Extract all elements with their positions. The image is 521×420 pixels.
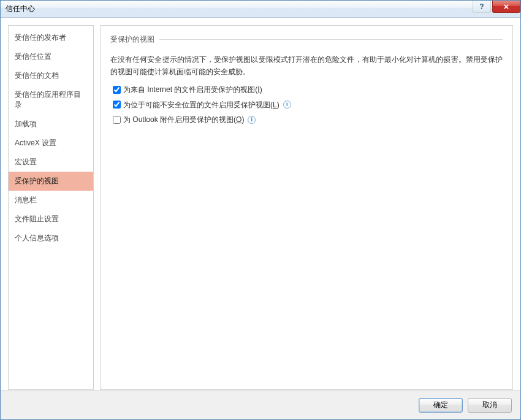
sidebar-item-3[interactable]: 受信任的应用程序目录 — [9, 85, 93, 115]
option-checkbox-0[interactable] — [113, 86, 121, 94]
option-checkbox-2[interactable] — [113, 116, 121, 124]
sidebar-item-5[interactable]: ActiveX 设置 — [9, 134, 93, 153]
section-description: 在没有任何安全提示的情况下，受保护视图以受限模式打开潜在的危险文件，有助于最小化… — [110, 53, 503, 78]
section-header: 受保护的视图 — [110, 34, 503, 45]
option-label-1[interactable]: 为位于可能不安全位置的文件启用受保护视图(L) — [123, 100, 280, 110]
client-area: 受信任的发布者受信任位置受信任的文档受信任的应用程序目录加载项ActiveX 设… — [1, 18, 520, 419]
sidebar-item-9[interactable]: 文件阻止设置 — [9, 210, 93, 229]
sidebar: 受信任的发布者受信任位置受信任的文档受信任的应用程序目录加载项ActiveX 设… — [8, 25, 94, 390]
option-label-0[interactable]: 为来自 Internet 的文件启用受保护的视图(I) — [123, 85, 262, 95]
section-divider — [159, 39, 503, 40]
close-button[interactable]: × — [492, 1, 520, 13]
sidebar-item-4[interactable]: 加载项 — [9, 115, 93, 134]
button-bar: 确定 取消 — [1, 390, 520, 419]
option-checkbox-1[interactable] — [113, 101, 121, 109]
cancel-button[interactable]: 取消 — [468, 398, 512, 413]
sidebar-item-0[interactable]: 受信任的发布者 — [9, 28, 93, 47]
option-row-0: 为来自 Internet 的文件启用受保护的视图(I) — [113, 85, 503, 95]
option-row-1: 为位于可能不安全位置的文件启用受保护视图(L)i — [113, 100, 503, 110]
option-label-2[interactable]: 为 Outlook 附件启用受保护的视图(O) — [123, 115, 244, 125]
main-panel: 受保护的视图 在没有任何安全提示的情况下，受保护视图以受限模式打开潜在的危险文件… — [100, 25, 513, 390]
section-title: 受保护的视图 — [110, 34, 159, 45]
sidebar-item-7[interactable]: 受保护的视图 — [9, 172, 93, 191]
option-row-2: 为 Outlook 附件启用受保护的视图(O)i — [113, 115, 503, 125]
titlebar: 信任中心 ? × — [1, 1, 520, 18]
sidebar-item-6[interactable]: 宏设置 — [9, 153, 93, 172]
info-icon[interactable]: i — [248, 116, 256, 124]
sidebar-item-1[interactable]: 受信任位置 — [9, 47, 93, 66]
info-icon[interactable]: i — [283, 101, 291, 109]
content-wrap: 受信任的发布者受信任位置受信任的文档受信任的应用程序目录加载项ActiveX 设… — [1, 18, 520, 390]
window-controls: ? × — [473, 1, 520, 13]
sidebar-item-2[interactable]: 受信任的文档 — [9, 66, 93, 85]
sidebar-item-8[interactable]: 消息栏 — [9, 191, 93, 210]
window-title: 信任中心 — [6, 4, 35, 14]
sidebar-item-10[interactable]: 个人信息选项 — [9, 229, 93, 248]
ok-button[interactable]: 确定 — [419, 398, 463, 413]
options-group: 为来自 Internet 的文件启用受保护的视图(I)为位于可能不安全位置的文件… — [113, 85, 503, 125]
help-button[interactable]: ? — [473, 1, 491, 13]
trust-center-window: 信任中心 ? × 受信任的发布者受信任位置受信任的文档受信任的应用程序目录加载项… — [0, 0, 521, 420]
